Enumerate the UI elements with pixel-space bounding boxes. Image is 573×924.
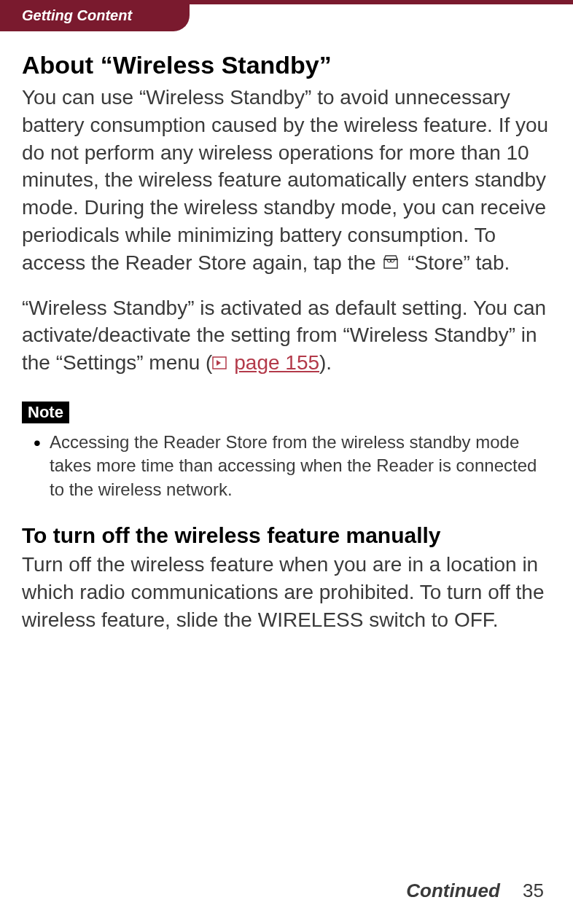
- note-list: Accessing the Reader Store from the wire…: [22, 431, 551, 501]
- para1-text-b: “Store” tab.: [402, 251, 510, 274]
- page-content: About “Wireless Standby” You can use “Wi…: [0, 0, 573, 634]
- continued-label: Continued: [406, 880, 500, 901]
- note-item: Accessing the Reader Store from the wire…: [36, 431, 551, 501]
- heading-about-wireless-standby: About “Wireless Standby”: [22, 51, 551, 79]
- paragraph-turn-off-wireless: Turn off the wireless feature when you a…: [22, 551, 551, 633]
- store-icon: [383, 249, 399, 277]
- paragraph-wireless-standby-description: You can use “Wireless Standby” to avoid …: [22, 84, 551, 280]
- page-footer: Continued 35: [406, 880, 544, 902]
- page-155-link[interactable]: page 155: [234, 351, 319, 374]
- note-label: Note: [22, 402, 69, 423]
- heading-turn-off-wireless: To turn off the wireless feature manuall…: [22, 523, 551, 548]
- para2-text-b: ).: [319, 351, 332, 374]
- page-number: 35: [523, 880, 544, 901]
- section-header: Getting Content: [0, 0, 190, 31]
- para1-text-a: You can use “Wireless Standby” to avoid …: [22, 86, 548, 274]
- page-link-icon: [212, 349, 227, 377]
- paragraph-default-setting: “Wireless Standby” is activated as defau…: [22, 294, 551, 380]
